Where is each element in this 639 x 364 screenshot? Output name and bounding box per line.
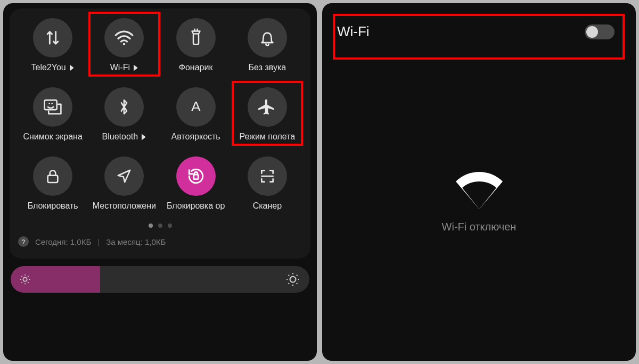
qs-tile-label: Местоположени bbox=[93, 201, 156, 211]
data-transfer-icon bbox=[33, 18, 72, 57]
svg-point-8 bbox=[23, 277, 27, 281]
qs-tile-label: Bluetooth bbox=[102, 132, 147, 142]
qs-tile-label: Автояркость bbox=[171, 132, 220, 142]
qs-tile-scanner[interactable]: Сканер bbox=[232, 156, 303, 211]
qs-tile-label: Tele2You bbox=[31, 63, 75, 72]
screenshot-icon bbox=[33, 87, 72, 127]
qs-tile-rotate-lock[interactable]: Блокировка ор bbox=[160, 156, 232, 211]
wifi-settings-screen: Wi-Fi Wi-Fi отключен bbox=[333, 14, 625, 350]
expand-triangle-icon bbox=[134, 65, 138, 71]
location-icon bbox=[104, 156, 144, 196]
qs-tile-label: Wi-Fi bbox=[110, 63, 138, 72]
qs-tile-flashlight[interactable]: Фонарик bbox=[160, 18, 232, 72]
pager-dot[interactable] bbox=[168, 224, 172, 228]
flashlight-icon bbox=[176, 18, 216, 57]
qs-tile-label: Блокировка ор bbox=[167, 201, 225, 211]
qs-tile-wifi[interactable]: Wi-Fi bbox=[88, 18, 160, 72]
rotate-lock-icon bbox=[176, 156, 216, 196]
wifi-off-large-icon bbox=[453, 167, 506, 209]
brightness-low-icon bbox=[19, 274, 31, 285]
qs-tile-screenshot[interactable]: Снимок экрана bbox=[17, 87, 88, 142]
qs-tile-label: Сканер bbox=[253, 201, 282, 211]
qs-tile-auto-bright[interactable]: AАвтояркость bbox=[160, 87, 232, 142]
wifi-toggle[interactable] bbox=[585, 24, 615, 39]
qs-tile-airplane[interactable]: Режим полета bbox=[232, 87, 303, 142]
data-usage-row[interactable]: ? Сегодня: 1,0КБ | За месяц: 1,0КБ bbox=[17, 234, 303, 251]
scanner-icon bbox=[248, 156, 287, 196]
phone-quick-settings: Tele2YouWi-FiФонарикБез звукаСнимок экра… bbox=[3, 3, 317, 361]
svg-rect-6 bbox=[48, 176, 58, 183]
quick-settings-panel: Tele2YouWi-FiФонарикБез звукаСнимок экра… bbox=[10, 9, 310, 259]
brightness-high-icon bbox=[286, 272, 300, 286]
brightness-slider[interactable] bbox=[11, 266, 309, 293]
qs-tile-location[interactable]: Местоположени bbox=[88, 156, 160, 211]
bluetooth-icon bbox=[104, 87, 144, 127]
qs-tile-data-transfer[interactable]: Tele2You bbox=[17, 18, 88, 72]
usage-month: За месяц: 1,0КБ bbox=[106, 237, 166, 246]
qs-tile-bluetooth[interactable]: Bluetooth bbox=[88, 87, 160, 142]
svg-point-3 bbox=[48, 103, 50, 104]
wifi-status-area: Wi-Fi отключен bbox=[333, 49, 625, 350]
svg-point-4 bbox=[52, 103, 53, 104]
qs-tile-lock[interactable]: Блокировать bbox=[17, 156, 88, 211]
pager-dots[interactable] bbox=[17, 224, 303, 228]
wifi-icon bbox=[104, 18, 144, 57]
expand-triangle-icon bbox=[70, 65, 74, 71]
phone-wifi-settings: Wi-Fi Wi-Fi отключен bbox=[322, 3, 636, 361]
help-icon: ? bbox=[18, 236, 29, 247]
expand-triangle-icon bbox=[142, 134, 146, 140]
wifi-title: Wi-Fi bbox=[337, 23, 370, 40]
auto-bright-icon: A bbox=[176, 87, 216, 127]
pager-dot[interactable] bbox=[158, 224, 162, 228]
quick-settings-grid: Tele2YouWi-FiФонарикБез звукаСнимок экра… bbox=[17, 18, 303, 211]
svg-rect-1 bbox=[193, 34, 199, 45]
qs-tile-label: Режим полета bbox=[240, 132, 296, 142]
qs-tile-label: Фонарик bbox=[179, 63, 213, 72]
qs-tile-bell[interactable]: Без звука bbox=[232, 18, 303, 72]
lock-icon bbox=[33, 156, 72, 196]
wifi-status-text: Wi-Fi отключен bbox=[442, 221, 517, 233]
svg-point-0 bbox=[123, 43, 125, 45]
usage-separator: | bbox=[97, 237, 100, 246]
toggle-knob bbox=[586, 26, 598, 38]
qs-tile-label: Снимок экрана bbox=[23, 132, 82, 142]
svg-point-9 bbox=[290, 277, 296, 283]
qs-tile-label: Без звука bbox=[249, 63, 286, 72]
bell-icon bbox=[248, 18, 287, 57]
pager-dot[interactable] bbox=[149, 224, 153, 228]
usage-today: Сегодня: 1,0КБ bbox=[35, 237, 91, 246]
wifi-toggle-row: Wi-Fi bbox=[333, 14, 625, 49]
svg-text:A: A bbox=[191, 98, 201, 114]
qs-tile-label: Блокировать bbox=[28, 201, 78, 211]
airplane-icon bbox=[248, 87, 287, 127]
